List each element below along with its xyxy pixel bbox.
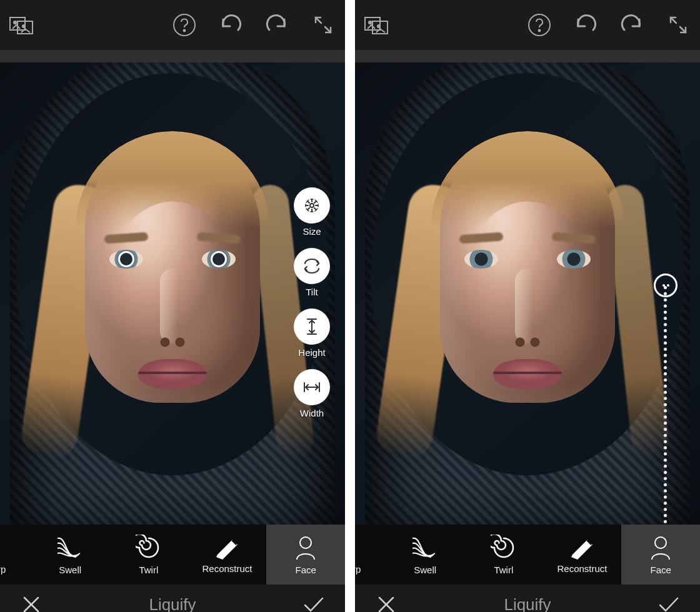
tool-label: Reconstruct xyxy=(558,563,608,574)
screen-left: Size Tilt Height xyxy=(0,0,345,612)
tool-label: Twirl xyxy=(494,565,513,575)
tool-reconstruct[interactable]: Reconstruct xyxy=(188,525,267,585)
tool-label: Reconstruct xyxy=(202,563,252,574)
portrait-nose xyxy=(160,269,185,343)
compare-icon[interactable] xyxy=(6,9,38,41)
face-option-label: Width xyxy=(300,408,324,418)
tool-face[interactable]: Face xyxy=(621,525,700,585)
face-option-height[interactable] xyxy=(294,308,330,345)
image-canvas[interactable] xyxy=(355,62,700,525)
svg-point-14 xyxy=(300,537,311,548)
svg-point-21 xyxy=(529,14,550,36)
cancel-button[interactable] xyxy=(16,590,46,612)
undo-icon[interactable] xyxy=(570,9,601,41)
compare-icon[interactable] xyxy=(361,9,392,41)
tool-swell[interactable]: Swell xyxy=(31,525,109,585)
fullscreen-icon[interactable] xyxy=(308,9,339,41)
footer-bar: Liquify xyxy=(0,585,345,612)
svg-point-5 xyxy=(184,30,186,32)
tool-label: Face xyxy=(296,565,316,575)
screen-right: Warp Swell Twirl Reconstruct Face xyxy=(355,0,700,612)
svg-point-3 xyxy=(22,25,25,27)
redo-icon[interactable] xyxy=(616,9,648,41)
face-options-panel: Size Tilt Height xyxy=(294,187,330,423)
tool-twirl[interactable]: Twirl xyxy=(109,525,188,585)
svg-point-2 xyxy=(14,21,16,24)
tool-label: Warp xyxy=(0,564,6,575)
face-option-size[interactable] xyxy=(294,187,330,224)
top-toolbar xyxy=(355,0,700,50)
liquify-tool-row: Warp Swell Twirl Reconstruct Face xyxy=(0,525,345,585)
svg-point-6 xyxy=(310,204,314,207)
liquify-tool-row: Warp Swell Twirl Reconstruct Face xyxy=(355,525,700,585)
portrait-lips xyxy=(493,359,562,389)
secondary-bar xyxy=(0,50,345,62)
svg-point-22 xyxy=(539,30,541,32)
vertical-slider-handle[interactable] xyxy=(654,274,678,297)
tool-face[interactable]: Face xyxy=(266,525,345,585)
tool-label: Swell xyxy=(59,565,81,575)
tool-label: Swell xyxy=(414,565,436,575)
svg-point-24 xyxy=(655,537,666,548)
tool-label: Warp xyxy=(355,564,361,575)
mode-title: Liquify xyxy=(149,595,196,613)
portrait-nostrils xyxy=(154,333,191,347)
face-option-width[interactable] xyxy=(294,369,330,405)
image-canvas[interactable]: Size Tilt Height xyxy=(0,62,345,525)
mode-title: Liquify xyxy=(504,595,551,613)
portrait-nose xyxy=(515,269,540,343)
face-option-label: Height xyxy=(298,347,325,358)
tool-warp[interactable]: Warp xyxy=(355,525,386,585)
tool-swell[interactable]: Swell xyxy=(386,525,464,585)
confirm-button[interactable] xyxy=(654,590,684,612)
portrait-eye xyxy=(557,250,591,269)
svg-point-4 xyxy=(174,14,195,36)
cancel-button[interactable] xyxy=(371,590,401,612)
confirm-button[interactable] xyxy=(299,590,329,612)
help-icon[interactable] xyxy=(524,9,555,41)
fullscreen-icon[interactable] xyxy=(662,9,694,41)
portrait-lips xyxy=(138,359,207,389)
footer-bar: Liquify xyxy=(355,585,700,612)
face-detect-marker[interactable] xyxy=(118,251,134,267)
tool-label: Twirl xyxy=(139,565,158,575)
top-toolbar xyxy=(0,0,345,50)
face-option-label: Tilt xyxy=(306,287,318,297)
portrait-nostrils xyxy=(509,333,546,347)
face-option-label: Size xyxy=(302,226,321,237)
secondary-bar xyxy=(355,50,700,62)
tool-twirl[interactable]: Twirl xyxy=(464,525,543,585)
vertical-slider-track[interactable] xyxy=(664,286,667,525)
svg-point-19 xyxy=(369,21,371,24)
face-option-tilt[interactable] xyxy=(294,248,330,284)
help-icon[interactable] xyxy=(169,9,200,41)
svg-point-20 xyxy=(378,25,380,27)
face-detect-marker[interactable] xyxy=(211,251,227,267)
tool-label: Face xyxy=(651,565,671,575)
portrait-eye xyxy=(464,250,498,269)
tool-reconstruct[interactable]: Reconstruct xyxy=(543,525,622,585)
redo-icon[interactable] xyxy=(261,9,292,41)
tool-warp[interactable]: Warp xyxy=(0,525,31,585)
undo-icon[interactable] xyxy=(215,9,246,41)
